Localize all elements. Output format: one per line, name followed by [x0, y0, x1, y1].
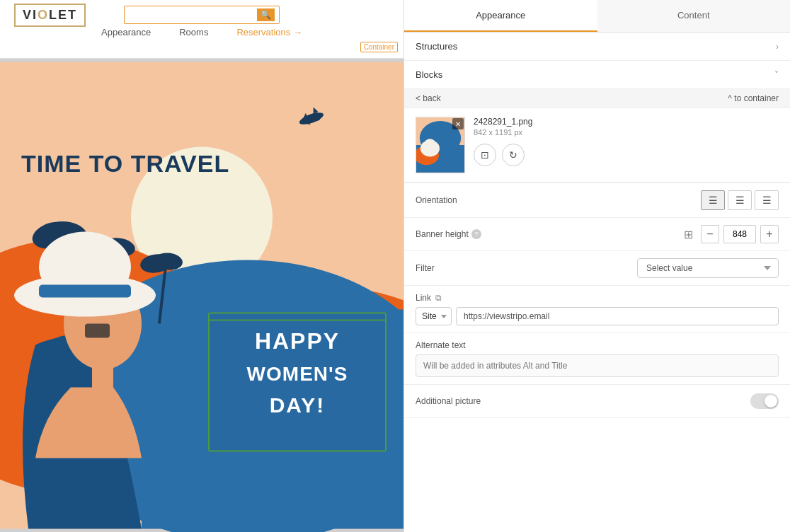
orient-center-button[interactable]: ☰	[728, 190, 752, 210]
back-button[interactable]: < back	[416, 93, 441, 103]
image-actions: ⊡ ↻	[474, 144, 779, 166]
svg-rect-24	[39, 285, 131, 298]
link-label: Link ⧉	[416, 293, 779, 303]
nav-reservations[interactable]: Reservations →	[236, 27, 302, 37]
replace-button[interactable]: ↻	[502, 144, 525, 166]
orient-right-button[interactable]: ☰	[755, 190, 779, 210]
svg-point-38	[425, 139, 436, 149]
svg-text:TIME TO TRAVEL: TIME TO TRAVEL	[21, 150, 229, 177]
nav-bar: Appearance Rooms Reservations →	[101, 27, 302, 37]
link-icon: ⧉	[435, 293, 442, 303]
search-bar[interactable]: 🔍	[124, 6, 280, 24]
to-container-button[interactable]: ^ to container	[728, 93, 779, 103]
link-type-select[interactable]: Site	[416, 307, 452, 325]
remove-image-button[interactable]: ✕	[452, 118, 464, 129]
grid-icon: ⊞	[680, 226, 697, 243]
structures-chevron-icon: ›	[776, 42, 779, 52]
filter-label: Filter	[416, 263, 435, 273]
structures-section[interactable]: Structures ›	[404, 33, 790, 61]
blocks-label: Blocks	[416, 69, 442, 80]
image-thumb-wrap: ✕	[416, 117, 465, 173]
alternate-text-label: Alternate text	[416, 340, 779, 350]
nav-about[interactable]: Appearance	[101, 27, 151, 37]
banner-height-label: Banner height ?	[416, 229, 481, 239]
orientation-label: Orientation	[416, 195, 457, 205]
tab-content[interactable]: Content	[597, 0, 791, 32]
additional-picture-label: Additional picture	[416, 396, 481, 406]
link-inputs: Site	[416, 307, 779, 325]
nav-rooms[interactable]: Rooms	[179, 27, 208, 37]
logo: VIOLET	[14, 4, 86, 27]
svg-rect-26	[92, 363, 113, 391]
svg-text:WOMEN'S: WOMEN'S	[247, 363, 348, 385]
image-filename: 2428291_1.png	[474, 117, 779, 127]
crop-button[interactable]: ⊡	[474, 144, 496, 166]
panel-tabs: Appearance Content	[404, 0, 790, 33]
blocks-section: Blocks ˅ < back ^ to container ✕	[404, 61, 790, 183]
additional-picture-toggle[interactable]	[750, 393, 779, 409]
svg-rect-25	[85, 324, 110, 338]
banner-height-row: Banner height ? ⊞ − 848 +	[404, 218, 790, 251]
filter-row: Filter Select value	[404, 251, 790, 286]
height-increase-button[interactable]: +	[760, 225, 779, 243]
logo-o: O	[38, 8, 49, 22]
right-panel: Appearance Content Structures › Blocks ˅…	[403, 0, 790, 532]
image-dimensions: 842 x 1191 px	[474, 128, 779, 137]
additional-picture-row: Additional picture	[404, 385, 790, 418]
orientation-buttons: ☰ ☰ ☰	[701, 190, 779, 210]
alternate-text-input[interactable]	[416, 354, 779, 377]
svg-text:DAY!: DAY!	[270, 393, 326, 417]
image-card: ✕ 2428291_1.png 842 x 1191 px ⊡ ↻	[404, 108, 790, 183]
filter-select[interactable]: Select value	[637, 258, 779, 278]
search-input[interactable]	[129, 10, 257, 20]
banner-height-help-icon[interactable]: ?	[471, 229, 481, 239]
orient-left-button[interactable]: ☰	[701, 190, 725, 210]
structures-label: Structures	[416, 41, 457, 52]
search-button[interactable]: 🔍	[257, 8, 275, 21]
link-row: Link ⧉ Site	[404, 286, 790, 333]
blocks-header[interactable]: Blocks ˅	[404, 61, 790, 88]
preview-canvas: TIME TO TRAVEL HAPPY WOMEN'S DAY!	[0, 59, 403, 532]
left-panel: VIOLET 🔍 Appearance Rooms Reservations →…	[0, 0, 403, 532]
image-info: 2428291_1.png 842 x 1191 px ⊡ ↻	[474, 117, 779, 166]
tab-appearance[interactable]: Appearance	[404, 0, 597, 32]
alternate-text-section: Alternate text	[404, 333, 790, 385]
svg-text:HAPPY: HAPPY	[255, 328, 340, 354]
blocks-chevron-icon: ˅	[774, 70, 779, 80]
container-label: Container	[360, 42, 398, 52]
height-input[interactable]: 848	[723, 225, 756, 243]
link-url-input[interactable]	[456, 307, 779, 325]
height-decrease-button[interactable]: −	[701, 225, 719, 243]
blocks-nav: < back ^ to container	[404, 88, 790, 108]
banner-svg: TIME TO TRAVEL HAPPY WOMEN'S DAY!	[0, 59, 403, 532]
orientation-row: Orientation ☰ ☰ ☰	[404, 183, 790, 218]
header-top: VIOLET 🔍	[0, 6, 403, 24]
height-control: ⊞ − 848 +	[680, 225, 779, 243]
header: VIOLET 🔍 Appearance Rooms Reservations →…	[0, 0, 403, 59]
